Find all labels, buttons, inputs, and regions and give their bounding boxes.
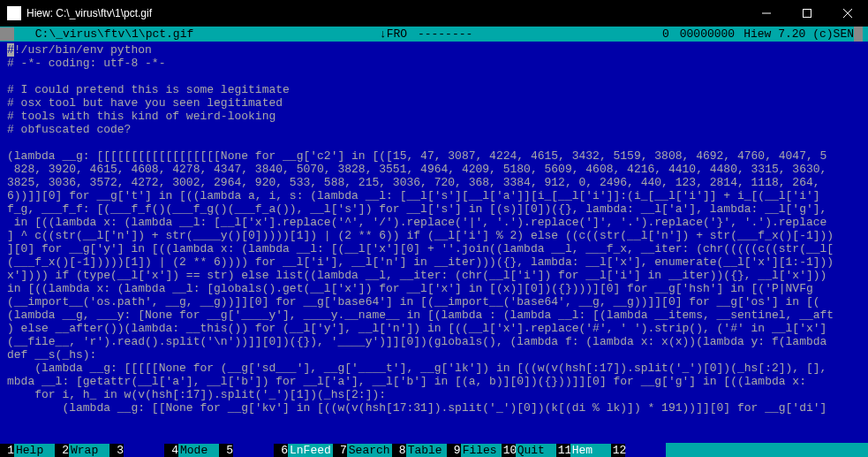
fnkey-number: 9 xyxy=(447,444,461,457)
file-line: 828, 3920, 4615, 4608, 4278, 4347, 3840,… xyxy=(7,163,861,176)
fnkey-number: 2 xyxy=(55,444,69,457)
fnkey-label: Help xyxy=(14,444,55,457)
file-line xyxy=(7,70,861,83)
minimize-icon xyxy=(762,9,771,18)
file-line: # obfuscated code? xyxy=(7,123,861,136)
status-dashes: -------- xyxy=(414,27,476,41)
fnkey-3[interactable]: 3 xyxy=(109,443,164,457)
fnkey-5[interactable]: 5 xyxy=(219,443,274,457)
fnkey-10[interactable]: 10Quit xyxy=(502,443,556,457)
fnkey-4[interactable]: 4Mode xyxy=(164,443,219,457)
fnkey-label: Wrap xyxy=(69,444,109,457)
window-title: Hiew: C:\_virus\ftv\1\pct.gif xyxy=(26,7,746,19)
fnkey-number: 11 xyxy=(556,444,570,457)
fnkey-2[interactable]: 2Wrap xyxy=(55,443,109,457)
file-line: (lambda __g: [[None for __g['kv'] in [((… xyxy=(7,401,861,415)
app-window: Hiew: C:\_virus\ftv\1\pct.gif C:\_virus\… xyxy=(0,0,868,457)
maximize-button[interactable] xyxy=(787,0,827,27)
file-line: ][0] for __g['y'] in [((lambda x: (lambd… xyxy=(7,242,861,255)
svg-rect-1 xyxy=(804,10,811,18)
fnkey-number: 6 xyxy=(274,444,288,457)
app-icon xyxy=(7,6,21,20)
file-line: x']))) if (type(__l['x']) == str) else l… xyxy=(7,269,861,282)
file-line: f_g, ___f_f: [(___f_f()(___f_g()(___f_a(… xyxy=(7,202,861,216)
fnkey-11[interactable]: 11Hem xyxy=(556,443,611,457)
fnkey-number: 10 xyxy=(502,444,516,457)
status-offset-hex: 00000000 xyxy=(680,27,743,41)
file-line: in [((lambda x: (lambda __l: [globals().… xyxy=(7,282,861,295)
file-line: (lambda __g: [[[[[[[[[[[[[[[[[[None for … xyxy=(7,149,861,163)
status-offset-dec: 0 xyxy=(662,27,680,41)
status-margin-left xyxy=(0,27,14,41)
close-icon xyxy=(843,9,852,18)
file-line: ) else __after())(lambda: __this()) for … xyxy=(7,322,861,335)
fnkey-number: 3 xyxy=(109,444,124,457)
fnkey-number: 1 xyxy=(0,444,14,457)
fnkey-number: 5 xyxy=(219,444,233,457)
maximize-icon xyxy=(803,9,811,18)
fnkey-9[interactable]: 9Files xyxy=(447,443,502,457)
fnkey-label: Hem xyxy=(570,444,611,457)
close-button[interactable] xyxy=(827,0,868,27)
file-line: for i, h_ in w(v(hsh[:17]).split('_')[1]… xyxy=(7,388,861,401)
fnkey-12[interactable]: 12 xyxy=(611,443,666,457)
file-line: # I could pretend this is some legitimat… xyxy=(7,83,861,96)
fnkey-1[interactable]: 1Help xyxy=(0,443,55,457)
fnkey-label: Quit xyxy=(516,444,556,457)
footer-fill xyxy=(666,443,868,457)
fnkey-8[interactable]: 8Table xyxy=(392,443,447,457)
file-line: (___f_x()[-1]))))[1]) | (2 ** 6)))) for … xyxy=(7,255,861,269)
file-line: (__import__('os.path', __g, __g))]][0] f… xyxy=(7,295,861,308)
fnkey-number: 8 xyxy=(392,444,406,457)
file-line xyxy=(7,136,861,149)
file-line: 3825, 3036, 3572, 4272, 3002, 2964, 920,… xyxy=(7,176,861,189)
function-key-bar: 1Help2Wrap34Mode56LnFeed7Search8Table9Fi… xyxy=(0,443,868,457)
minimize-button[interactable] xyxy=(746,0,787,27)
file-line: 6))]][0] for __g['t'] in [((lambda a, i,… xyxy=(7,189,861,202)
fnkey-6[interactable]: 6LnFeed xyxy=(274,443,333,457)
status-bar: C:\_virus\ftv\1\pct.gif ↓FRO -------- 0 … xyxy=(0,27,868,42)
fnkey-label: Files xyxy=(461,444,502,457)
fnkey-number: 12 xyxy=(611,444,625,457)
file-line: # osx tool but have you seen legitimated xyxy=(7,96,861,110)
status-version: Hiew 7.20 (c)SEN xyxy=(743,27,854,41)
window-titlebar[interactable]: Hiew: C:\_virus\ftv\1\pct.gif xyxy=(0,0,868,27)
fnkey-7[interactable]: 7Search xyxy=(333,443,392,457)
file-line: # tools with this kind of weird-looking xyxy=(7,110,861,123)
status-filepath: C:\_virus\ftv\1\pct.gif xyxy=(14,27,193,41)
file-view[interactable]: #!/usr/bin/env python# -*- coding: utf-8… xyxy=(0,42,868,443)
file-line: (__file__, 'r').read().split('\n'))]][0]… xyxy=(7,335,861,348)
fnkey-label: Table xyxy=(406,444,447,457)
file-line: #!/usr/bin/env python xyxy=(7,43,861,57)
fnkey-label: Search xyxy=(347,444,392,457)
text-cursor: # xyxy=(7,43,14,57)
file-line: ] ^ c((str(__l['n']) + str(____y()[0])))… xyxy=(7,229,861,242)
fnkey-number: 7 xyxy=(333,444,347,457)
file-line: (lambda __g: [[[[[None for (__g['sd___']… xyxy=(7,362,861,375)
file-line: # -*- coding: utf-8 -*- xyxy=(7,57,861,70)
file-line: in [((lambda x: (lambda __l: [__l['x'].r… xyxy=(7,216,861,229)
fnkey-label: LnFeed xyxy=(288,444,333,457)
window-controls xyxy=(746,0,868,27)
fnkey-label: Mode xyxy=(178,444,219,457)
status-fro: ↓FRO xyxy=(380,27,407,41)
status-margin-right xyxy=(854,27,863,42)
file-line: (lambda __g, ___y: [None for __g['____y'… xyxy=(7,308,861,322)
file-line: def __s(_hs): xyxy=(7,348,861,362)
fnkey-number: 4 xyxy=(164,444,178,457)
file-line: mbda __l: [getattr(__l['a'], __l['b']) f… xyxy=(7,375,861,388)
